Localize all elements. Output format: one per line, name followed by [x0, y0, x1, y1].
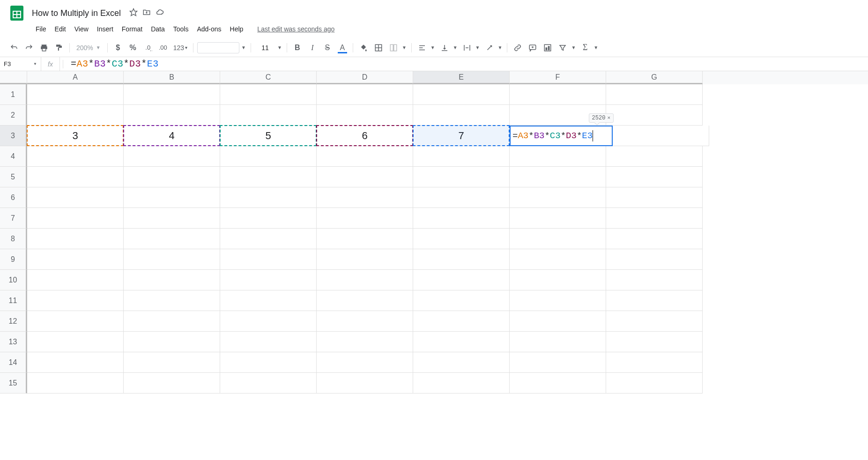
- cell-E12[interactable]: [413, 311, 510, 332]
- row-header[interactable]: 2: [0, 105, 27, 126]
- cell-E5[interactable]: [413, 167, 510, 187]
- col-header-c[interactable]: C: [220, 71, 317, 84]
- cell-D11[interactable]: [317, 290, 413, 311]
- zoom-select[interactable]: 200%▼: [74, 44, 104, 52]
- cell-F9[interactable]: [510, 249, 606, 270]
- cell-F10[interactable]: [510, 270, 606, 290]
- cell-C12[interactable]: [220, 311, 317, 332]
- menu-view[interactable]: View: [71, 23, 92, 35]
- percent-icon[interactable]: %: [126, 41, 140, 54]
- col-header-d[interactable]: D: [317, 71, 413, 84]
- cell-E4[interactable]: [413, 146, 510, 167]
- cell-C7[interactable]: [220, 208, 317, 229]
- cell-E9[interactable]: [413, 249, 510, 270]
- name-box[interactable]: F3 ▼: [0, 57, 41, 71]
- menu-edit[interactable]: Edit: [51, 23, 70, 35]
- merge-cells-icon[interactable]: [387, 41, 400, 54]
- cell-F14[interactable]: [510, 352, 606, 373]
- menu-file[interactable]: File: [32, 23, 50, 35]
- cell-D7[interactable]: [317, 208, 413, 229]
- cell-A5[interactable]: [27, 167, 124, 187]
- fill-color-icon[interactable]: [357, 41, 370, 54]
- col-header-a[interactable]: A: [27, 71, 124, 84]
- cell-A12[interactable]: [27, 311, 124, 332]
- row-header[interactable]: 10: [0, 270, 27, 290]
- cell-G11[interactable]: [606, 290, 703, 311]
- cell-C3[interactable]: 5: [220, 126, 317, 146]
- chevron-down-icon[interactable]: ▼: [452, 45, 459, 50]
- cell-C15[interactable]: [220, 373, 317, 393]
- cell-G14[interactable]: [606, 352, 703, 373]
- cell-C11[interactable]: [220, 290, 317, 311]
- italic-icon[interactable]: I: [306, 41, 319, 54]
- cell-A14[interactable]: [27, 352, 124, 373]
- menu-data[interactable]: Data: [147, 23, 169, 35]
- row-header[interactable]: 12: [0, 311, 27, 332]
- undo-icon[interactable]: [7, 41, 21, 54]
- cell-F13[interactable]: [510, 332, 606, 352]
- cell-D1[interactable]: [317, 84, 413, 105]
- bold-icon[interactable]: B: [291, 41, 304, 54]
- chevron-down-icon[interactable]: ▼: [475, 45, 481, 50]
- comment-icon[interactable]: [526, 41, 539, 54]
- more-formats[interactable]: 123▾: [171, 44, 189, 52]
- cell-F11[interactable]: [510, 290, 606, 311]
- cell-F12[interactable]: [510, 311, 606, 332]
- last-edit-link[interactable]: Last edit was seconds ago: [257, 25, 334, 33]
- cell-F3[interactable]: 2520×=A3*B3*C3*D3*E3: [510, 126, 613, 146]
- cell-D6[interactable]: [317, 187, 413, 208]
- cell-E2[interactable]: [413, 105, 510, 126]
- row-header[interactable]: 6: [0, 187, 27, 208]
- select-all-corner[interactable]: [0, 71, 27, 84]
- cell-A3[interactable]: 3: [27, 126, 124, 146]
- cell-C5[interactable]: [220, 167, 317, 187]
- currency-icon[interactable]: $: [111, 41, 125, 54]
- cell-B1[interactable]: [124, 84, 220, 105]
- move-icon[interactable]: [142, 8, 151, 18]
- row-header[interactable]: 7: [0, 208, 27, 229]
- cell-B7[interactable]: [124, 208, 220, 229]
- cell-F5[interactable]: [510, 167, 606, 187]
- cell-G2[interactable]: [606, 105, 703, 126]
- cell-G3[interactable]: [613, 126, 709, 146]
- increase-decimal-icon[interactable]: .00: [156, 41, 170, 54]
- cell-E13[interactable]: [413, 332, 510, 352]
- cell-C6[interactable]: [220, 187, 317, 208]
- cell-C4[interactable]: [220, 146, 317, 167]
- row-header[interactable]: 1: [0, 84, 27, 105]
- cell-E7[interactable]: [413, 208, 510, 229]
- cell-D12[interactable]: [317, 311, 413, 332]
- cell-C9[interactable]: [220, 249, 317, 270]
- cell-G6[interactable]: [606, 187, 703, 208]
- cell-D13[interactable]: [317, 332, 413, 352]
- text-color-icon[interactable]: A: [336, 41, 349, 54]
- cell-D9[interactable]: [317, 249, 413, 270]
- cell-B15[interactable]: [124, 373, 220, 393]
- row-header[interactable]: 13: [0, 332, 27, 352]
- cell-G10[interactable]: [606, 270, 703, 290]
- row-header[interactable]: 3: [0, 126, 27, 146]
- cell-A2[interactable]: [27, 105, 124, 126]
- row-header[interactable]: 15: [0, 373, 27, 393]
- row-header[interactable]: 5: [0, 167, 27, 187]
- cell-F4[interactable]: [510, 146, 606, 167]
- cell-G13[interactable]: [606, 332, 703, 352]
- cell-D2[interactable]: [317, 105, 413, 126]
- row-header[interactable]: 9: [0, 249, 27, 270]
- cell-F15[interactable]: [510, 373, 606, 393]
- vertical-align-icon[interactable]: [438, 41, 451, 54]
- cell-E8[interactable]: [413, 229, 510, 249]
- menu-tools[interactable]: Tools: [170, 23, 193, 35]
- cell-G15[interactable]: [606, 373, 703, 393]
- cell-A9[interactable]: [27, 249, 124, 270]
- cell-B12[interactable]: [124, 311, 220, 332]
- cell-E11[interactable]: [413, 290, 510, 311]
- text-rotation-icon[interactable]: [483, 41, 496, 54]
- col-header-g[interactable]: G: [606, 71, 703, 84]
- cell-G1[interactable]: [606, 84, 703, 105]
- cell-B2[interactable]: [124, 105, 220, 126]
- cell-A15[interactable]: [27, 373, 124, 393]
- sheets-logo[interactable]: [7, 4, 26, 22]
- cell-A4[interactable]: [27, 146, 124, 167]
- cell-F8[interactable]: [510, 229, 606, 249]
